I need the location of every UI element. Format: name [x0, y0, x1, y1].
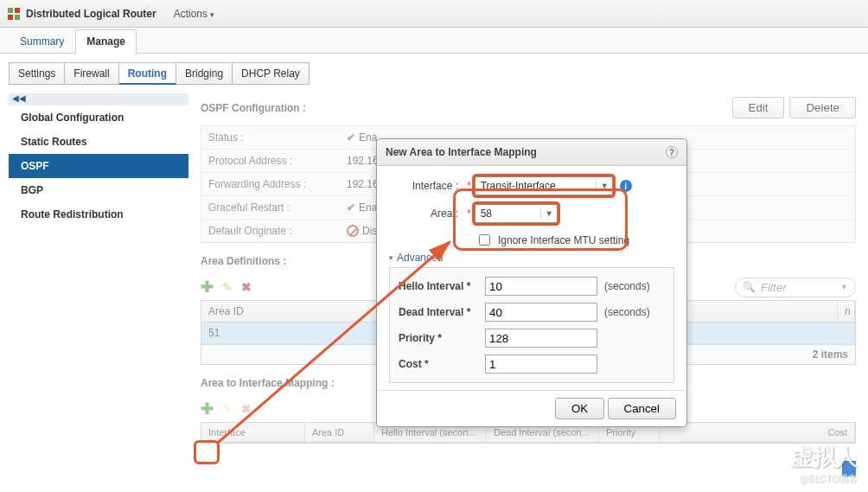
required-icon: * — [467, 208, 471, 220]
advanced-toggle[interactable]: Advanced — [389, 248, 674, 267]
area-label: Area : — [389, 208, 467, 220]
cost-input[interactable] — [485, 355, 597, 374]
ignore-mtu-checkbox[interactable] — [479, 234, 490, 246]
svg-rect-1 — [15, 8, 20, 13]
svg-rect-2 — [8, 15, 13, 20]
subtab-routing[interactable]: Routing — [119, 62, 176, 85]
wechat-icon — [763, 447, 787, 468]
interface-dropdown[interactable]: Transit-Interface ▼ — [475, 176, 613, 195]
ok-button[interactable]: OK — [555, 398, 604, 419]
page-title: Distributed Logical Router — [26, 8, 156, 20]
dead-label: Dead Interval * — [399, 306, 485, 318]
area-value: 58 — [481, 208, 492, 220]
chevron-down-icon[interactable]: ▼ — [596, 182, 609, 190]
actions-menu[interactable]: Actions — [174, 8, 214, 20]
subtab-dhcp[interactable]: DHCP Relay — [233, 62, 310, 85]
sidebar-collapse-icon[interactable]: ◀◀ — [9, 93, 188, 105]
required-icon: * — [467, 180, 471, 192]
hello-label: Hello Interval * — [399, 280, 485, 292]
tab-summary[interactable]: Summary — [9, 29, 75, 54]
cost-label: Cost * — [399, 358, 485, 370]
area-dropdown[interactable]: 58 ▼ — [475, 204, 558, 223]
sidebar-item-ospf[interactable]: OSPF — [9, 154, 188, 178]
ignore-mtu-label: Ignore Interface MTU setting — [498, 234, 629, 246]
priority-input[interactable] — [485, 329, 597, 348]
svg-rect-3 — [15, 15, 20, 20]
sidebar-item-bgp[interactable]: BGP — [9, 178, 188, 202]
subtab-settings[interactable]: Settings — [9, 62, 65, 85]
sidebar-item-static[interactable]: Static Routes — [9, 130, 188, 154]
app-logo-icon — [7, 7, 21, 21]
tab-manage[interactable]: Manage — [75, 29, 137, 54]
subtab-firewall[interactable]: Firewall — [65, 62, 118, 85]
watermark: 虚拟人 @51CTO博客 — [763, 442, 858, 485]
svg-rect-0 — [8, 8, 13, 13]
dead-unit: (seconds) — [604, 306, 650, 318]
annotation-highlight — [194, 440, 220, 464]
interface-value: Transit-Interface — [481, 180, 556, 192]
sidebar-item-global[interactable]: Global Configuration — [9, 105, 188, 130]
dialog-title: New Area to Interface Mapping — [386, 146, 537, 158]
interface-label: Interface : — [389, 180, 467, 192]
subtab-bridging[interactable]: Bridging — [176, 62, 233, 85]
sidebar-item-redist[interactable]: Route Redistribution — [9, 202, 188, 227]
chevron-down-icon[interactable]: ▼ — [540, 209, 553, 218]
cancel-button[interactable]: Cancel — [608, 398, 677, 419]
info-icon[interactable]: i — [620, 180, 632, 192]
help-icon[interactable]: ? — [666, 146, 678, 158]
hello-unit: (seconds) — [604, 280, 650, 292]
priority-label: Priority * — [399, 332, 485, 344]
hello-input[interactable] — [485, 277, 597, 296]
new-mapping-dialog: New Area to Interface Mapping ? Interfac… — [376, 138, 687, 427]
dead-input[interactable] — [485, 303, 597, 322]
